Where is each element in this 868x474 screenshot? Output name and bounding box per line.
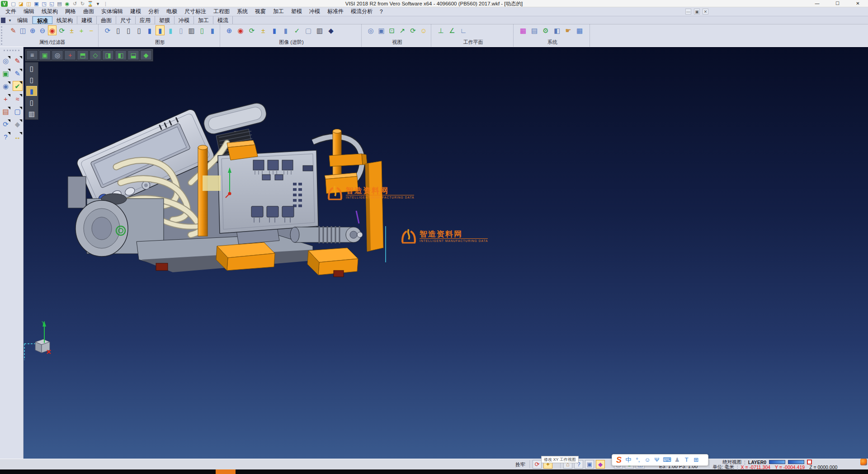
maximize-button[interactable]: ☐ — [827, 0, 848, 7]
undo-icon[interactable]: ↺ — [71, 0, 79, 7]
redo-icon[interactable]: ↻ — [79, 0, 86, 7]
shaded-cube-toggle-icon[interactable]: ◆ — [596, 460, 605, 469]
zoom-window-icon[interactable]: ▣ — [377, 25, 386, 35]
adv-refresh-icon[interactable]: ⟳ — [247, 25, 257, 35]
tab-尺寸[interactable]: 尺寸 — [116, 16, 136, 24]
panel-grip[interactable] — [4, 50, 19, 51]
measure-distance-icon[interactable]: ↔ — [13, 132, 23, 142]
assembly-cubes-icon[interactable]: ▣ — [585, 460, 594, 469]
menu-视窗[interactable]: 视窗 — [251, 7, 269, 16]
toggle-visibility-icon[interactable]: ± — [67, 25, 76, 35]
tab-建模[interactable]: 建模 — [77, 16, 97, 24]
macro-record-icon[interactable]: ⌛ — [86, 0, 94, 7]
selection-box-icon[interactable]: ▣ — [1, 68, 11, 78]
menu-编辑[interactable]: 编辑 — [20, 7, 38, 16]
tab-塑膜[interactable]: 塑膜 — [155, 16, 175, 24]
dashed-cylinder-icon[interactable]: ▯ — [135, 25, 144, 35]
save-as-icon[interactable]: ◳ — [40, 0, 48, 7]
zoom-extents-icon[interactable]: ◎ — [366, 25, 375, 35]
menu-标准件[interactable]: 标准件 — [324, 7, 347, 16]
workplane-modify-icon[interactable]: ∟ — [458, 25, 468, 35]
zoom-selection-icon[interactable]: ◎ — [1, 56, 11, 66]
adv-check-icon[interactable]: ✓ — [292, 25, 302, 35]
menu-冲模[interactable]: 冲模 — [306, 7, 324, 16]
save-all-icon[interactable]: ◱ — [48, 0, 56, 7]
ime-keyboard-icon[interactable]: ⌨ — [663, 455, 671, 465]
edit-entities-icon[interactable]: ✎ — [13, 68, 23, 78]
vp-ucs-axes-icon[interactable]: + — [64, 50, 76, 60]
menu-尺寸标注[interactable]: 尺寸标注 — [181, 7, 210, 16]
copy-cylinder-icon[interactable]: ▮ — [208, 25, 217, 35]
view-wireframe-icon[interactable]: ◇ — [90, 50, 101, 60]
erase-entities-icon[interactable]: ✎ — [13, 56, 23, 66]
adv-hatch-icon[interactable]: ▥ — [315, 25, 325, 35]
settings-gear-icon[interactable]: ⚙ — [541, 25, 551, 35]
ime-voice-icon[interactable]: Ψ — [653, 455, 660, 465]
pan-view-icon[interactable]: ↗ — [398, 25, 407, 35]
menu-网格[interactable]: 网格 — [61, 7, 80, 16]
ime-chinese-mode-icon[interactable]: 中 — [625, 455, 632, 465]
edit-spline-icon[interactable]: ≈ — [13, 94, 23, 104]
tab-加工[interactable]: 加工 — [194, 16, 213, 24]
lock-label[interactable]: 拴牢 — [515, 461, 525, 468]
color-palette-icon[interactable]: ▦ — [518, 25, 528, 35]
ghost-cylinder-icon[interactable]: ▯ — [176, 25, 185, 35]
layer-style-ghost-icon[interactable]: ▯ — [26, 97, 37, 107]
show-all-icon[interactable]: + — [77, 25, 86, 35]
layer-color-swatch[interactable] — [769, 460, 785, 464]
minimize-button[interactable]: — — [807, 0, 827, 7]
view-right-icon[interactable]: ◨ — [102, 50, 114, 60]
move-ucs-icon[interactable]: + — [1, 94, 11, 104]
menu-工程图[interactable]: 工程图 — [210, 7, 233, 16]
mdi-close-icon[interactable]: ✕ — [703, 9, 708, 14]
element-attributes-icon[interactable]: ✎ — [9, 25, 18, 35]
shaded-cylinder-icon[interactable]: ▮ — [145, 25, 154, 35]
grid-settings-icon[interactable]: ▦ — [575, 25, 585, 35]
3d-viewport[interactable]: ≡▣◎+⬒◇◨◧⬓◆ ▯▯▮▯▥ 智造资料网 INTELLIGENT MANUF… — [24, 47, 868, 459]
snap-refresh-icon[interactable]: ⟳ — [533, 460, 542, 469]
selection-hand-icon[interactable]: ☛ — [563, 25, 573, 35]
hatched-cylinder-icon[interactable]: ▥ — [187, 25, 196, 35]
attribute-books-icon[interactable]: ▤ — [1, 106, 11, 116]
refresh-view-icon[interactable]: ⟳ — [408, 25, 417, 35]
adv-solid2-icon[interactable]: ▮ — [281, 25, 291, 35]
hidden-line-cylinder-icon[interactable]: ▯ — [124, 25, 133, 35]
save-icon[interactable]: ▣ — [33, 0, 40, 7]
print-preview-icon[interactable]: ◉ — [63, 0, 71, 7]
help-icon[interactable]: ? — [1, 132, 11, 142]
zoom-solid-icon[interactable]: ◉ — [1, 81, 11, 91]
tab-冲模[interactable]: 冲模 — [175, 16, 194, 24]
sogou-logo-icon[interactable]: S — [615, 455, 623, 465]
tab-编辑[interactable]: 编辑 — [13, 16, 33, 24]
hide-entities-icon[interactable]: ⊖ — [38, 25, 47, 35]
mdi-minimize-icon[interactable]: — — [685, 9, 691, 14]
refresh-graphics-icon[interactable]: ⟳ — [103, 25, 112, 35]
tab-模流[interactable]: 模流 — [213, 16, 233, 24]
mdi-restore-icon[interactable]: ▣ — [694, 9, 700, 14]
ime-toolbox-icon[interactable]: ⊞ — [693, 455, 700, 465]
regenerate-icon[interactable]: ⟳ — [1, 119, 11, 129]
tab-应用[interactable]: 应用 — [136, 16, 155, 24]
ime-emoji-icon[interactable]: ☺ — [644, 455, 651, 465]
adv-show-icon[interactable]: ⊕ — [224, 25, 234, 35]
adv-page-icon[interactable]: ▢ — [303, 25, 313, 35]
zoom-1to1-icon[interactable]: ⊡ — [387, 25, 396, 35]
view-isometric-icon[interactable]: ◆ — [140, 50, 152, 60]
hide-all-icon[interactable]: − — [87, 25, 96, 35]
window-layout-icon[interactable]: ▢ — [13, 106, 23, 116]
tab-dropdown-icon[interactable]: ▾ — [7, 16, 13, 24]
layer-style-hidden-icon[interactable]: ▯ — [26, 75, 37, 85]
window-config-icon[interactable]: ◧ — [552, 25, 562, 35]
adv-filter-icon[interactable]: ◉ — [236, 25, 245, 35]
import-file-icon[interactable]: ◫ — [25, 0, 33, 7]
menu-分析[interactable]: 分析 — [145, 7, 163, 16]
wireframe-cylinder-icon[interactable]: ▯ — [113, 25, 123, 35]
regen-cylinder-icon[interactable]: ▯ — [198, 25, 207, 35]
render-view-icon[interactable]: ☺ — [419, 25, 428, 35]
menu-模流分析[interactable]: 模流分析 — [347, 7, 376, 16]
view-top-icon[interactable]: ⬒ — [77, 50, 89, 60]
visibility-filter-icon[interactable]: ◉ — [48, 25, 57, 35]
layer-style-shaded-icon[interactable]: ▮ — [26, 86, 37, 96]
new-file-icon[interactable]: ▢ — [9, 0, 17, 7]
tab-标准[interactable]: 标准 — [33, 16, 52, 24]
